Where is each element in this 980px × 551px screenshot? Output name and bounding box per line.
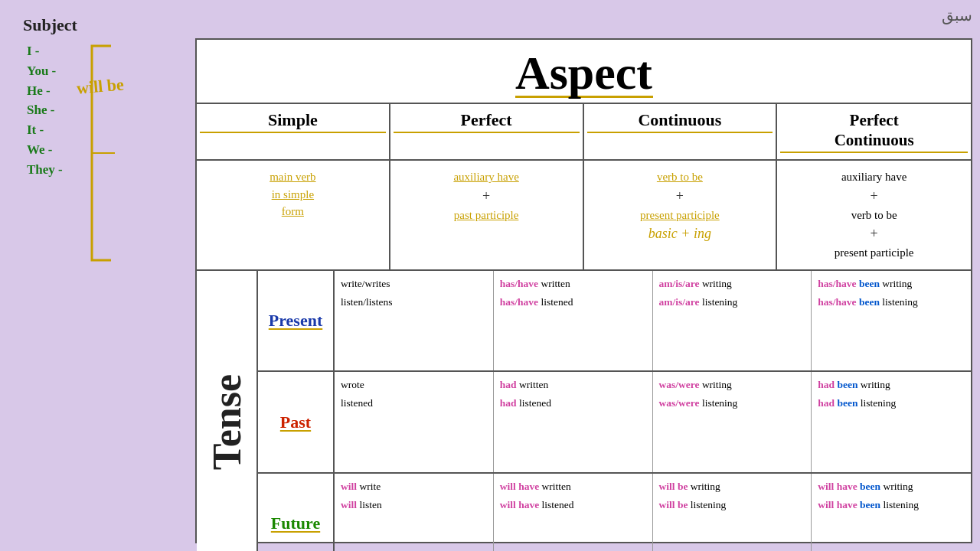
aspect-header: Aspect — [197, 40, 971, 104]
tense-rows-container: Tense Presentwrite/writeslisten/listensh… — [197, 271, 971, 552]
pronoun-item: We - — [27, 141, 63, 159]
arabic-logo: سبق — [942, 6, 972, 24]
tense-cell: has/have been writinghas/have been liste… — [812, 271, 971, 371]
tense-cell: am/is/are writingam/is/are listening — [653, 271, 812, 371]
tense-cell: will writewill listen — [335, 474, 494, 551]
tense-cell: will have writtenwill have listened — [494, 474, 653, 551]
col-perfect-continuous: PerfectContinuous — [777, 104, 971, 159]
tense-cell: will be writingwill be listening — [653, 474, 812, 551]
main-table: Aspect Simple Perfect Continuous Perfect… — [195, 38, 972, 543]
pronoun-item: I - — [27, 42, 63, 60]
tense-cell: had writtenhad listened — [494, 372, 653, 472]
tense-cell: write/writeslisten/listens — [335, 271, 494, 371]
subject-label: Subject — [23, 15, 77, 35]
tense-row-present: Presentwrite/writeslisten/listenshas/hav… — [258, 271, 971, 373]
pronoun-item: She - — [27, 101, 63, 119]
desc-continuous: verb to be + present participle basic + … — [584, 161, 778, 269]
tense-cell: wrotelistened — [335, 372, 494, 472]
pronoun-item: You - — [27, 62, 63, 80]
tense-cell: had been writinghad been listening — [812, 372, 971, 472]
tense-row-future: Futurewill writewill listenwill have wri… — [258, 474, 971, 551]
tense-row-past: Pastwrotelistenedhad writtenhad listened… — [258, 372, 971, 474]
col-perfect: Perfect — [390, 104, 584, 159]
desc-simple: main verb in simple form — [197, 161, 390, 269]
column-headers: Simple Perfect Continuous PerfectContinu… — [197, 104, 971, 161]
tense-vertical-label: Tense — [197, 271, 258, 552]
col-simple: Simple — [197, 104, 390, 159]
tense-cell: will have been writingwill have been lis… — [812, 474, 971, 551]
pronoun-item: They - — [27, 161, 63, 179]
bracket-icon — [69, 42, 122, 264]
description-row: main verb in simple form auxiliary have … — [197, 161, 971, 271]
pronoun-item: It - — [27, 121, 63, 139]
tense-data-rows: Presentwrite/writeslisten/listenshas/hav… — [258, 271, 971, 552]
tense-cell: has/have writtenhas/have listened — [494, 271, 653, 371]
pronoun-item: He - — [27, 82, 63, 100]
tense-name-future: Future — [258, 474, 335, 551]
pronouns-list: I -You -He -She -It -We -They - — [27, 42, 63, 179]
tense-cell: was/were writingwas/were listening — [653, 372, 812, 472]
desc-perfect-continuous: auxiliary have + verb to be + present pa… — [777, 161, 971, 269]
col-continuous: Continuous — [584, 104, 778, 159]
tense-name-present: Present — [258, 271, 335, 371]
tense-name-past: Past — [258, 372, 335, 472]
desc-perfect: auxiliary have + past participle — [390, 161, 584, 269]
